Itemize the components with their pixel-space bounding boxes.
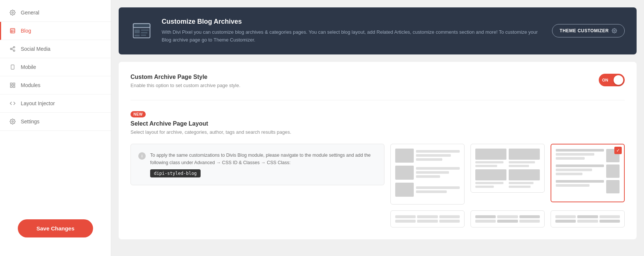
archive-layout-description: Select layout for archive, categories, a…: [131, 129, 625, 135]
banner-icon: [131, 20, 153, 42]
layout-option-1[interactable]: [390, 144, 465, 205]
sidebar-item-blog[interactable]: Blog: [0, 22, 111, 40]
sidebar-item-blog-label: Blog: [21, 28, 31, 34]
new-badge: NEW: [131, 111, 146, 117]
sidebar-item-mobile[interactable]: Mobile: [0, 58, 111, 76]
custom-archive-title: Custom Archive Page Style: [131, 74, 240, 80]
layout-preview-1: [391, 144, 464, 204]
archive-layout-title: Select Archive Page Layout: [131, 120, 625, 127]
sidebar-item-social-media-label: Social Media: [21, 46, 50, 52]
custom-archive-toggle-row: Custom Archive Page Style Enable this op…: [131, 74, 625, 100]
svg-rect-20: [135, 35, 140, 37]
svg-rect-21: [141, 30, 149, 31]
css-class-badge: dipi-styled-blog: [150, 169, 201, 177]
sidebar-item-mobile-label: Mobile: [21, 64, 36, 70]
layout-option-3[interactable]: ✓: [551, 144, 625, 202]
banner-title: Customize Blog Archives: [162, 18, 543, 26]
layout-options-row2: [131, 210, 625, 227]
svg-rect-14: [13, 86, 15, 87]
sidebar-item-layout-injector-label: Layout Injector: [21, 100, 55, 106]
sidebar-item-modules-label: Modules: [21, 82, 40, 88]
banner-text: Customize Blog Archives With Divi Pixel …: [162, 18, 543, 44]
layout-preview-3: [551, 144, 624, 202]
svg-line-9: [12, 47, 14, 49]
layout-preview-4: [391, 211, 464, 227]
svg-rect-1: [10, 29, 15, 33]
svg-point-0: [12, 12, 13, 13]
svg-point-16: [12, 121, 13, 122]
layout-preview-5: [471, 211, 544, 227]
custom-archive-toggle[interactable]: ON: [599, 74, 625, 86]
layout-options-row1: i To apply the same customizations to Di…: [131, 144, 625, 205]
modules-icon: [9, 82, 16, 89]
layout-preview-6: [551, 211, 624, 227]
svg-point-6: [10, 48, 12, 50]
svg-rect-12: [10, 83, 12, 85]
gear-icon: [9, 9, 16, 16]
sidebar-item-general[interactable]: General: [0, 4, 111, 22]
toggle-thumb: [614, 75, 623, 85]
svg-rect-22: [141, 32, 147, 33]
svg-rect-23: [141, 35, 146, 36]
sidebar-item-settings-label: Settings: [21, 119, 40, 124]
svg-rect-19: [135, 30, 140, 33]
info-icon: i: [138, 152, 146, 160]
sidebar-item-social-media[interactable]: Social Media: [0, 40, 111, 58]
theme-customizer-button[interactable]: THEME CUSTOMIZER: [552, 24, 625, 37]
sidebar-item-modules[interactable]: Modules: [0, 76, 111, 94]
banner-description: With Divi Pixel you can customize blog a…: [162, 29, 543, 44]
custom-archive-label-group: Custom Archive Page Style Enable this op…: [131, 74, 240, 88]
blog-icon: [9, 27, 16, 34]
toggle-on-label: ON: [602, 78, 608, 82]
archive-layout-section: NEW Select Archive Page Layout Select la…: [131, 111, 625, 227]
settings-card: Custom Archive Page Style Enable this op…: [119, 62, 637, 239]
customize-banner: Customize Blog Archives With Divi Pixel …: [119, 7, 637, 54]
svg-rect-18: [133, 24, 150, 27]
theme-customizer-label: THEME CUSTOMIZER: [560, 28, 609, 33]
info-box: i To apply the same customizations to Di…: [131, 144, 384, 185]
sidebar: General Blog Social Media Mobile: [0, 0, 111, 256]
svg-point-5: [13, 46, 15, 48]
sidebar-bottom: Save Changes: [0, 212, 111, 252]
sidebar-item-general-label: General: [21, 10, 39, 16]
sidebar-item-settings[interactable]: Settings: [0, 113, 111, 131]
svg-line-8: [12, 49, 14, 50]
layout-option-4[interactable]: [390, 210, 465, 227]
info-text: To apply the same customizations to Divi…: [150, 152, 377, 166]
layout-preview-2: [471, 144, 544, 192]
sidebar-item-layout-injector[interactable]: Layout Injector: [0, 94, 111, 113]
social-icon: [9, 45, 16, 53]
layout-injector-icon: [9, 100, 16, 107]
custom-archive-description: Enable this option to set custom archive…: [131, 83, 240, 88]
layout-option-6[interactable]: [551, 210, 625, 227]
layout-option-5[interactable]: [470, 210, 545, 227]
spacer: [131, 210, 384, 227]
mobile-icon: [9, 63, 16, 71]
check-mark-icon: ✓: [614, 147, 622, 154]
svg-rect-15: [10, 86, 12, 87]
svg-rect-13: [13, 83, 15, 85]
svg-point-24: [614, 30, 615, 32]
main-content: Customize Blog Archives With Divi Pixel …: [111, 0, 644, 256]
save-changes-button[interactable]: Save Changes: [18, 219, 93, 237]
svg-point-7: [13, 50, 15, 51]
settings-icon: [9, 118, 16, 125]
layout-option-2[interactable]: [470, 144, 545, 193]
